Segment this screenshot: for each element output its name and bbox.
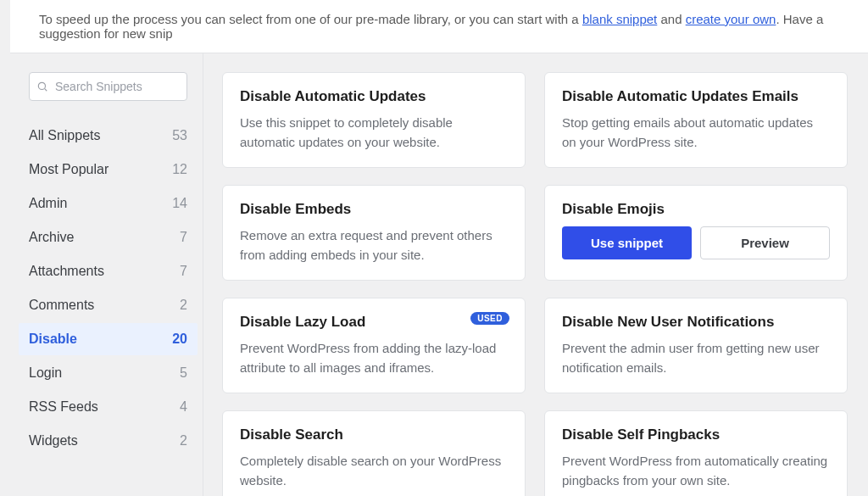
snippet-card[interactable]: Disable Self PingbacksPrevent WordPress … xyxy=(544,410,848,496)
snippet-card[interactable]: USEDDisable Lazy LoadPrevent WordPress f… xyxy=(222,298,526,393)
snippet-description: Stop getting emails about automatic upda… xyxy=(562,114,830,152)
sidebar-item-admin[interactable]: Admin14 xyxy=(19,187,198,220)
snippet-description: Remove an extra request and prevent othe… xyxy=(240,226,508,265)
snippet-card[interactable]: Disable New User NotificationsPrevent th… xyxy=(544,298,848,393)
create-your-own-link[interactable]: create your own xyxy=(686,12,776,26)
sidebar-item-login[interactable]: Login5 xyxy=(19,357,198,389)
snippet-card[interactable]: Disable Automatic Updates EmailsStop get… xyxy=(544,72,848,168)
category-count: 4 xyxy=(180,399,187,415)
category-label: Most Popular xyxy=(29,162,108,177)
snippet-title: Disable Lazy Load xyxy=(240,314,508,331)
category-count: 12 xyxy=(172,162,187,177)
snippet-title: Disable Search xyxy=(240,426,508,443)
category-count: 2 xyxy=(180,433,187,449)
sidebar-item-disable[interactable]: Disable20 xyxy=(19,323,198,355)
use-snippet-button[interactable]: Use snippet xyxy=(562,226,692,259)
category-label: Widgets xyxy=(29,433,78,449)
info-banner: To speed up the process you can select f… xyxy=(10,0,868,53)
search-icon xyxy=(36,81,48,92)
snippet-description: Completely disable search on your WordPr… xyxy=(240,452,508,490)
category-list: All Snippets53Most Popular12Admin14Archi… xyxy=(29,120,187,457)
sidebar-item-widgets[interactable]: Widgets2 xyxy=(19,425,198,457)
category-count: 53 xyxy=(172,128,187,143)
svg-point-0 xyxy=(38,82,45,89)
snippet-title: Disable New User Notifications xyxy=(562,314,830,331)
snippet-card[interactable]: Disable EmbedsRemove an extra request an… xyxy=(222,185,526,281)
snippet-description: Use this snippet to completely disable a… xyxy=(240,114,508,152)
category-label: Admin xyxy=(29,196,67,211)
preview-button[interactable]: Preview xyxy=(700,226,830,259)
snippet-description: Prevent the admin user from getting new … xyxy=(562,339,830,377)
snippet-title: Disable Automatic Updates Emails xyxy=(562,88,830,105)
snippet-card[interactable]: Disable EmojisUse snippetPreview xyxy=(544,185,848,281)
search-input[interactable] xyxy=(29,72,187,101)
search-wrapper xyxy=(29,72,187,101)
category-count: 2 xyxy=(180,298,187,313)
snippet-title: Disable Self Pingbacks xyxy=(562,426,830,443)
sidebar-item-archive[interactable]: Archive7 xyxy=(19,221,198,254)
category-label: Login xyxy=(29,365,62,381)
snippet-description: Prevent WordPress from adding the lazy-l… xyxy=(240,339,508,377)
sidebar-item-all-snippets[interactable]: All Snippets53 xyxy=(19,120,198,152)
snippet-title: Disable Automatic Updates xyxy=(240,88,508,105)
sidebar: All Snippets53Most Popular12Admin14Archi… xyxy=(0,53,203,496)
snippet-card[interactable]: Disable Automatic UpdatesUse this snippe… xyxy=(222,72,526,168)
category-label: Attachments xyxy=(29,264,104,279)
category-count: 14 xyxy=(172,196,187,211)
category-count: 7 xyxy=(180,264,187,279)
card-actions: Use snippetPreview xyxy=(562,226,830,259)
snippet-title: Disable Emojis xyxy=(562,201,830,218)
blank-snippet-link[interactable]: blank snippet xyxy=(582,12,657,26)
snippet-card[interactable]: Disable SearchCompletely disable search … xyxy=(222,410,526,496)
category-label: All Snippets xyxy=(29,128,101,143)
category-count: 20 xyxy=(172,332,187,347)
banner-text-mid: and xyxy=(657,12,685,26)
snippet-title: Disable Embeds xyxy=(240,201,508,218)
main-content: Disable Automatic UpdatesUse this snippe… xyxy=(203,53,868,496)
snippet-grid: Disable Automatic UpdatesUse this snippe… xyxy=(222,72,868,496)
svg-line-1 xyxy=(45,89,47,92)
category-label: Comments xyxy=(29,298,94,313)
sidebar-item-comments[interactable]: Comments2 xyxy=(19,289,198,321)
category-label: RSS Feeds xyxy=(29,399,98,415)
sidebar-item-attachments[interactable]: Attachments7 xyxy=(19,255,198,287)
category-count: 5 xyxy=(180,365,187,381)
used-badge: USED xyxy=(470,312,509,325)
sidebar-item-rss-feeds[interactable]: RSS Feeds4 xyxy=(19,391,198,423)
category-count: 7 xyxy=(180,230,187,245)
banner-text-prefix: To speed up the process you can select f… xyxy=(39,12,582,26)
sidebar-item-most-popular[interactable]: Most Popular12 xyxy=(19,153,198,186)
category-label: Disable xyxy=(29,332,77,347)
category-label: Archive xyxy=(29,230,74,245)
snippet-description: Prevent WordPress from automatically cre… xyxy=(562,452,830,490)
